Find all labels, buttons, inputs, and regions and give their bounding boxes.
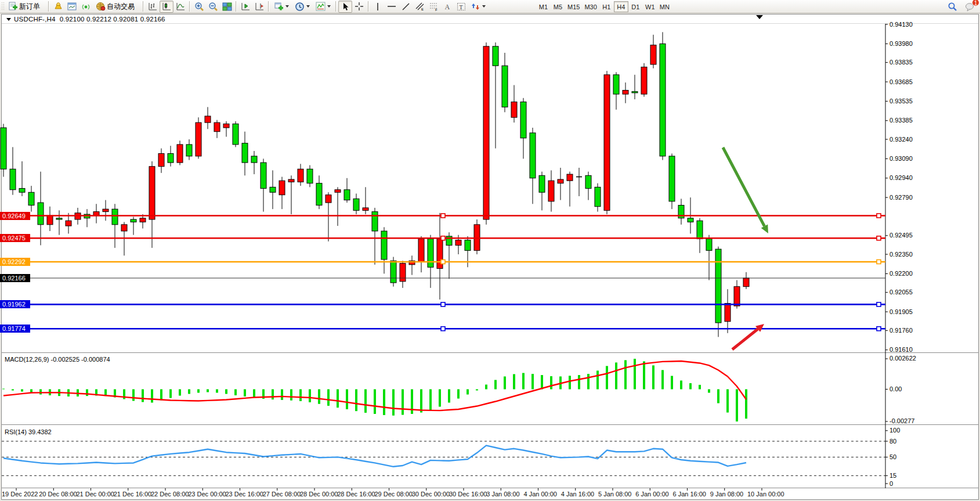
trendline-tool-button[interactable] xyxy=(399,1,413,13)
trendline-icon xyxy=(402,2,410,11)
text-tool-button[interactable]: A xyxy=(440,1,454,13)
rsi-tick-label: 15 xyxy=(889,472,896,479)
signals-button[interactable] xyxy=(79,1,93,13)
toolbar-separator xyxy=(368,1,369,12)
timeframe-button-w1[interactable]: W1 xyxy=(643,1,657,12)
price-tick-label: 0.93535 xyxy=(889,98,913,104)
toolbar-separator xyxy=(268,1,269,12)
chevron-down-icon xyxy=(306,5,310,8)
svg-text:T: T xyxy=(460,3,463,10)
price-tick-label: 0.92940 xyxy=(889,174,913,181)
timeframe-bar: M1M5M15M30H1H4D1W1MN xyxy=(536,0,672,13)
horizontal-line-tool-button[interactable] xyxy=(385,1,399,13)
svg-text:E: E xyxy=(421,8,424,11)
symbol-dropdown-icon[interactable] xyxy=(6,18,11,21)
price-tick-label: 0.91760 xyxy=(889,327,913,334)
clock-icon xyxy=(295,2,305,12)
vertical-line-tool-button[interactable] xyxy=(371,1,385,13)
zoom-out-button[interactable] xyxy=(206,1,220,13)
chevron-down-icon xyxy=(327,5,331,8)
date-axis-label: 30 Dec 00:00 xyxy=(412,491,450,498)
equidistant-channel-tool-button[interactable]: E xyxy=(413,1,426,13)
date-axis-label: 21 Dec 00:00 xyxy=(77,491,114,498)
new-order-button[interactable]: 新订单 xyxy=(5,1,46,13)
date-axis-label: 22 Dec 08:00 xyxy=(151,491,189,498)
chart-window-icon xyxy=(67,2,77,10)
timeframe-button-h1[interactable]: H1 xyxy=(599,1,614,12)
svg-text:A: A xyxy=(445,3,450,11)
date-axis-label: 20 Dec 08:00 xyxy=(39,491,77,498)
rsi-panel-label: RSI(14) 39.4382 xyxy=(5,428,52,435)
price-tick-label: 0.91905 xyxy=(889,308,913,315)
timeframe-button-m5[interactable]: M5 xyxy=(551,1,565,12)
toolbar-separator xyxy=(189,1,190,12)
crosshair-icon xyxy=(355,2,364,11)
date-axis-label: 3 Jan 08:00 xyxy=(486,491,520,498)
date-axis-label: 21 Dec 16:00 xyxy=(114,491,151,498)
chart-window[interactable]: USDCHF-,H4 0.92100 0.92212 0.92081 0.921… xyxy=(1,14,979,500)
chart-window-button[interactable] xyxy=(65,1,79,13)
chevron-down-icon xyxy=(285,5,289,8)
zoom-out-icon xyxy=(208,2,218,12)
price-tick-label: 0.92055 xyxy=(889,289,913,295)
bar-chart-mode-button[interactable] xyxy=(146,1,160,13)
arrows-tool-button[interactable] xyxy=(468,1,489,13)
text-label-tool-button[interactable]: T xyxy=(454,1,468,13)
notifications-button[interactable]: 1 xyxy=(963,1,977,13)
price-tick-label: 0.93385 xyxy=(889,117,913,124)
rsi-tick-label: 100 xyxy=(889,427,900,434)
main-toolbar: 新订单 自动交易 xyxy=(0,0,980,13)
timeframe-button-h4[interactable]: H4 xyxy=(614,1,628,12)
search-button[interactable] xyxy=(945,1,959,13)
level-price-label: 0.92649 xyxy=(0,212,30,220)
toolbar-grip[interactable] xyxy=(1,2,4,11)
date-axis-label: 4 Jan 00:00 xyxy=(524,491,558,498)
chevron-down-icon xyxy=(482,5,486,8)
date-axis-label: 28 Dec 16:00 xyxy=(337,491,375,498)
timeframe-button-d1[interactable]: D1 xyxy=(628,1,643,12)
price-tick-label: 0.93685 xyxy=(889,78,913,85)
timeframe-button-m30[interactable]: M30 xyxy=(582,1,599,12)
fibonacci-icon: F xyxy=(429,2,439,11)
timeframe-button-m1[interactable]: M1 xyxy=(536,1,551,12)
chart-ohlc-readout: 0.92100 0.92212 0.92081 0.92166 xyxy=(60,16,165,23)
auto-trading-label: 自动交易 xyxy=(107,2,135,12)
horizontal-line-icon xyxy=(387,2,396,10)
toolbar-separator xyxy=(143,1,144,12)
timeframe-button-m15[interactable]: M15 xyxy=(565,1,582,12)
timeframe-button-mn[interactable]: MN xyxy=(657,1,672,12)
text-a-icon: A xyxy=(443,2,451,11)
auto-scroll-icon xyxy=(241,2,251,11)
auto-scroll-button[interactable] xyxy=(238,1,252,13)
tile-windows-button[interactable] xyxy=(220,1,234,13)
zoom-in-button[interactable] xyxy=(192,1,206,13)
indicators-button[interactable] xyxy=(313,1,334,13)
candlestick-icon xyxy=(162,2,172,11)
date-axis-label: 30 Dec 16:00 xyxy=(449,491,487,498)
price-tick-label: 0.94130 xyxy=(889,21,913,28)
level-price-label: 0.91774 xyxy=(0,325,30,333)
rsi-tick-label: 80 xyxy=(889,438,896,445)
price-tick-label: 0.92350 xyxy=(889,251,913,258)
new-chart-button[interactable] xyxy=(271,1,292,13)
candlestick-mode-button[interactable] xyxy=(160,1,173,13)
line-chart-mode-button[interactable] xyxy=(173,1,187,13)
gold-symbol-button[interactable] xyxy=(51,1,65,13)
date-axis-label: 27 Dec 08:00 xyxy=(263,491,301,498)
cursor-tool-button[interactable] xyxy=(338,1,352,13)
fibonacci-tool-button[interactable]: F xyxy=(426,1,440,13)
toolbar-separator xyxy=(335,1,337,12)
price-tick-label: 0.92200 xyxy=(889,270,913,277)
date-axis-label: 6 Jan 16:00 xyxy=(673,491,707,498)
period-clock-button[interactable] xyxy=(292,1,313,13)
crosshair-tool-button[interactable] xyxy=(352,1,366,13)
date-axis-label: 6 Jan 00:00 xyxy=(635,491,669,498)
chart-shift-button[interactable] xyxy=(252,1,266,13)
date-axis-label: 23 Dec 00:00 xyxy=(188,491,226,498)
price-tick-label: 0.91610 xyxy=(889,346,913,353)
current-price-label: 0.92166 xyxy=(0,274,30,282)
date-axis-label: 4 Jan 16:00 xyxy=(561,491,595,498)
auto-trading-button[interactable]: 自动交易 xyxy=(93,1,141,13)
notification-badge: 1 xyxy=(972,0,979,6)
auto-trading-icon xyxy=(96,2,106,11)
